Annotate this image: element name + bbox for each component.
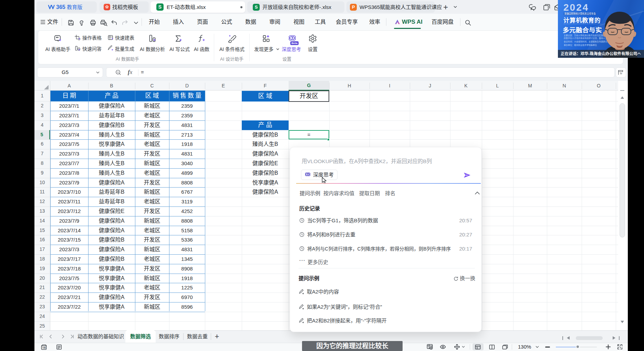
svg-text:VB: VB [42,347,46,349]
svg-text:fx: fx [620,72,622,75]
